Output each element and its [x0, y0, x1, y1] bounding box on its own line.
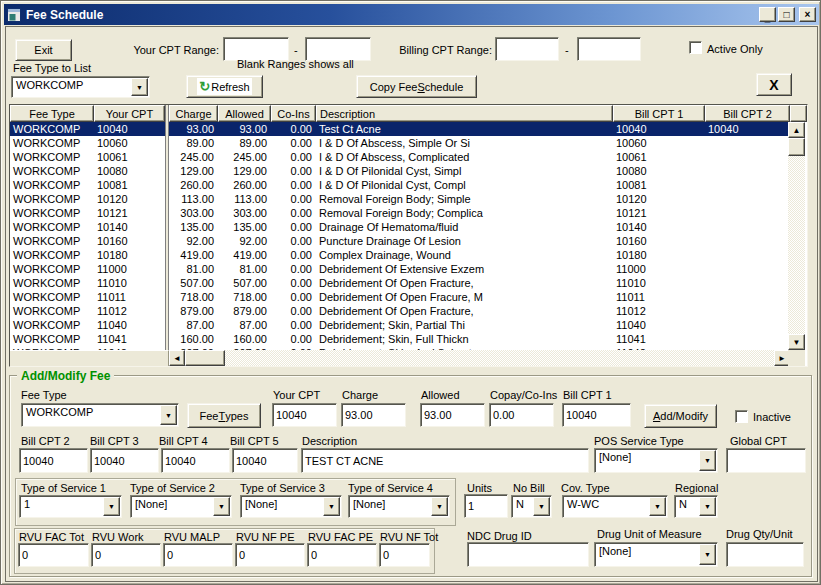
cell-allowed: 92.00	[218, 234, 271, 248]
rvu-work-input[interactable]	[91, 543, 161, 567]
rvu-nf-tot-input[interactable]	[379, 543, 430, 567]
horizontal-scrollbar[interactable]: ◄ ►	[10, 350, 790, 366]
copy-fee-schedule-button[interactable]: Copy Fee Schedule	[356, 75, 477, 98]
billing-cpt-range-to-input[interactable]	[577, 37, 641, 61]
bill-cpt-4-input[interactable]	[161, 448, 230, 473]
bill-cpt-3-input[interactable]	[90, 448, 159, 473]
ndc-drug-id-input[interactable]	[467, 542, 589, 567]
clear-x-button[interactable]: X	[756, 73, 792, 96]
rvu-malp-input[interactable]	[163, 543, 233, 567]
column-header-your-cpt[interactable]: Your CPT	[94, 105, 165, 122]
table-row[interactable]: WORKCOMP 10081 260.00 260.00 0.00 I & D …	[10, 178, 790, 192]
table-row[interactable]: WORKCOMP 11011 718.00 718.00 0.00 Debrid…	[10, 290, 790, 304]
rvu-nf-pe-input[interactable]	[235, 543, 305, 567]
close-icon: ×	[805, 10, 811, 20]
table-row[interactable]: WORKCOMP 10060 89.00 89.00 0.00 I & D Of…	[10, 136, 790, 150]
chevron-down-icon[interactable]: ▼	[699, 544, 716, 565]
refresh-button[interactable]: ↻ Refresh	[186, 75, 263, 98]
type-of-service-4-combobox[interactable]: [None] ▼	[348, 495, 450, 518]
bill-cpt-1-input[interactable]	[562, 403, 631, 427]
cell-description: Debridement Of Extensive Exzem	[316, 262, 613, 276]
table-row[interactable]: WORKCOMP 11040 87.00 87.00 0.00 Debridem…	[10, 318, 790, 332]
horizontal-scroll-thumb[interactable]	[185, 350, 225, 366]
type-of-service-3-combobox[interactable]: [None] ▼	[240, 495, 342, 518]
bill-cpt-2-input[interactable]	[19, 448, 88, 473]
minimize-button[interactable]: _	[759, 7, 776, 22]
vertical-scroll-track[interactable]	[788, 156, 805, 334]
scroll-left-button[interactable]: ◄	[169, 350, 185, 366]
units-input[interactable]	[464, 494, 508, 518]
fee-type-list-combobox[interactable]: WORKCOMP ▼	[11, 76, 150, 98]
table-row[interactable]: WORKCOMP 11010 507.00 507.00 0.00 Debrid…	[10, 276, 790, 290]
table-row[interactable]: WORKCOMP 10160 92.00 92.00 0.00 Puncture…	[10, 234, 790, 248]
type-of-service-2-combobox[interactable]: [None] ▼	[130, 495, 232, 518]
table-row[interactable]: WORKCOMP 11041 160.00 160.00 0.00 Debrid…	[10, 332, 790, 346]
fee-type-combobox[interactable]: WORKCOMP ▼	[21, 403, 179, 427]
vertical-scrollbar[interactable]: ▲ ▼	[788, 122, 805, 350]
no-bill-combobox[interactable]: N ▼	[511, 495, 552, 518]
billing-cpt-range-from-input[interactable]	[495, 37, 559, 61]
inactive-checkbox[interactable]	[735, 410, 748, 423]
chevron-down-icon[interactable]: ▼	[699, 450, 716, 471]
table-row[interactable]: WORKCOMP 10120 113.00 113.00 0.00 Remova…	[10, 192, 790, 206]
add-modify-button[interactable]: Add/Modify	[644, 404, 717, 428]
chevron-down-icon[interactable]: ▼	[131, 78, 148, 96]
maximize-button[interactable]: □	[778, 7, 795, 22]
drug-qty-unit-input[interactable]	[726, 542, 804, 567]
no-bill-value: N	[512, 496, 532, 517]
pos-service-type-combobox[interactable]: [None] ▼	[594, 448, 718, 473]
description-input[interactable]	[301, 448, 589, 473]
scroll-up-button[interactable]: ▲	[788, 122, 805, 138]
bill-cpt-5-input[interactable]	[232, 448, 298, 473]
cell-description: Drainage Of Hematoma/fluid	[316, 220, 613, 234]
table-row[interactable]: WORKCOMP 10061 245.00 245.00 0.00 I & D …	[10, 150, 790, 164]
table-row[interactable]: WORKCOMP 10080 129.00 129.00 0.00 I & D …	[10, 164, 790, 178]
column-header-bill-cpt-2[interactable]: Bill CPT 2	[705, 105, 790, 122]
scroll-left-icon: ◄	[173, 354, 181, 363]
table-row[interactable]: WORKCOMP 11012 879.00 879.00 0.00 Debrid…	[10, 304, 790, 318]
chevron-down-icon[interactable]: ▼	[649, 497, 666, 516]
vertical-scroll-thumb[interactable]	[788, 138, 805, 156]
column-header-co-ins[interactable]: Co-Ins	[271, 105, 316, 122]
column-header-allowed[interactable]: Allowed	[218, 105, 271, 122]
chevron-down-icon[interactable]: ▼	[323, 497, 340, 516]
column-header-description[interactable]: Description	[316, 105, 613, 122]
cell-co-ins: 0.00	[271, 318, 316, 332]
cell-bill-cpt-1: 11041	[613, 332, 705, 346]
chevron-down-icon[interactable]: ▼	[699, 497, 716, 516]
global-cpt-input[interactable]	[726, 448, 806, 473]
charge-input[interactable]	[341, 403, 406, 427]
chevron-down-icon[interactable]: ▼	[431, 497, 448, 516]
table-row[interactable]: WORKCOMP 10040 93.00 93.00 0.00 Test Ct …	[10, 122, 790, 136]
close-button[interactable]: ×	[799, 7, 816, 22]
cell-charge: 89.00	[169, 136, 218, 150]
column-header-fee-type[interactable]: Fee Type	[10, 105, 94, 122]
drug-unit-of-measure-combobox[interactable]: [None] ▼	[594, 542, 718, 567]
column-header-charge[interactable]: Charge	[169, 105, 218, 122]
copay-co-ins-input[interactable]	[489, 403, 554, 427]
your-cpt-input[interactable]	[272, 403, 337, 427]
cov-type-combobox[interactable]: W-WC ▼	[562, 495, 668, 518]
column-header-bill-cpt-1[interactable]: Bill CPT 1	[613, 105, 705, 122]
type-of-service-1-combobox[interactable]: 1 ▼	[19, 495, 122, 518]
scroll-down-button[interactable]: ▼	[788, 334, 805, 350]
cell-your-cpt: 11011	[94, 290, 165, 304]
chevron-down-icon[interactable]: ▼	[160, 405, 177, 425]
rvu-fac-tot-input[interactable]	[18, 543, 89, 567]
table-row[interactable]: WORKCOMP 10140 135.00 135.00 0.00 Draina…	[10, 220, 790, 234]
horizontal-scroll-track[interactable]	[225, 350, 774, 366]
exit-button[interactable]: Exit	[15, 39, 72, 61]
table-row[interactable]: WORKCOMP 10121 303.00 303.00 0.00 Remova…	[10, 206, 790, 220]
cell-allowed: 129.00	[218, 164, 271, 178]
table-row[interactable]: WORKCOMP 11000 81.00 81.00 0.00 Debridem…	[10, 262, 790, 276]
rvu-fac-pe-input[interactable]	[307, 543, 377, 567]
cell-fee-type: WORKCOMP	[10, 192, 94, 206]
regional-combobox[interactable]: N ▼	[674, 495, 718, 518]
fee-types-button[interactable]: Fee Types	[187, 403, 261, 428]
table-row[interactable]: WORKCOMP 10180 419.00 419.00 0.00 Comple…	[10, 248, 790, 262]
active-only-checkbox[interactable]	[689, 41, 702, 54]
chevron-down-icon[interactable]: ▼	[533, 497, 550, 516]
chevron-down-icon[interactable]: ▼	[213, 497, 230, 516]
allowed-input[interactable]	[420, 403, 485, 427]
chevron-down-icon[interactable]: ▼	[103, 497, 120, 516]
